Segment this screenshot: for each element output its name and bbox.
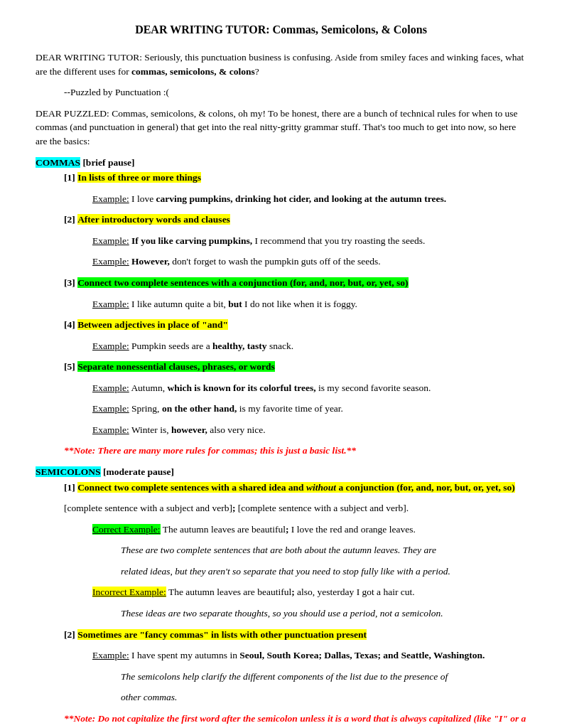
semicolons-note: **Note: Do not capitalize the first word… bbox=[64, 712, 526, 728]
comma-rule-1: [1] In lists of three or more things Exa… bbox=[64, 171, 526, 205]
comma-rule-4-ex: Example: Pumpkin seeds are a healthy, ta… bbox=[92, 339, 526, 353]
comma-r4-head: Between adjectives in place of "and" bbox=[77, 319, 228, 330]
comma-rule-5-ex3: Example: Winter is, however, also very n… bbox=[92, 423, 526, 437]
semi-rule-1-incorrect: Incorrect Example: The autumn leaves are… bbox=[92, 585, 526, 599]
semi-rule-1-incorrect-note1: These ideas are two separate thoughts, s… bbox=[121, 606, 526, 621]
semi-r2-ex-bold: Seoul, South Korea; Dallas, Texas; and S… bbox=[239, 650, 485, 660]
comma-r3-post: I do not like when it is foggy. bbox=[242, 299, 357, 309]
comma-r5-ex1-post: is my second favorite season. bbox=[316, 382, 431, 393]
comma-rule-2-ex1: Example: If you like carving pumpkins, I… bbox=[92, 234, 526, 248]
semi-r1-correct-pre: The autumn leaves are beautiful bbox=[163, 524, 286, 535]
page-title: DEAR WRITING TUTOR: Commas, Semicolons, … bbox=[36, 21, 526, 38]
comma-r2-ex2-label: Example: bbox=[92, 256, 129, 267]
commas-header: COMMAS [brief pause] bbox=[36, 156, 526, 170]
commas-label: COMMAS bbox=[36, 157, 80, 168]
commas-pause-text: [brief pause] bbox=[82, 157, 134, 168]
semi-r1-correct-post: I love the red and orange leaves. bbox=[288, 524, 415, 535]
semicolons-section: SEMICOLONS [moderate pause] [1] Connect … bbox=[36, 465, 526, 728]
semi-r1-head-post: a conjunction (for, and, nor, but, or, y… bbox=[336, 482, 515, 493]
semi-r1-head-italic: without bbox=[306, 482, 336, 493]
comma-rule-2: [2] After introductory words and clauses… bbox=[64, 213, 526, 269]
comma-r4-post: snack. bbox=[267, 341, 294, 351]
semi-rule-1-head: [1] Connect two complete sentences with … bbox=[64, 481, 526, 495]
comma-rule-5: [5] Separate nonessential clauses, phras… bbox=[64, 360, 526, 437]
comma-r2-ex1-label: Example: bbox=[92, 235, 129, 246]
comma-r5-ex2-bold: on the other hand, bbox=[162, 403, 237, 414]
semi-rule-2-ex: Example: I have spent my autumns in Seou… bbox=[92, 648, 526, 663]
comma-rule-1-example: Example: I love carving pumpkins, drinki… bbox=[92, 192, 526, 206]
comma-r5-ex2-label: Example: bbox=[92, 403, 129, 414]
comma-r3-ex-label: Example: bbox=[92, 299, 129, 309]
comma-r5-ex3-post: also very nice. bbox=[207, 424, 266, 435]
comma-r4-bold: healthy, tasty bbox=[212, 341, 267, 351]
comma-r3-pre: I like autumn quite a bit, bbox=[131, 299, 228, 309]
comma-rule-4-head: [4] Between adjectives in place of "and" bbox=[64, 318, 526, 332]
comma-r4-ex-label: Example: bbox=[92, 341, 129, 351]
comma-rule-2-num: [2] bbox=[64, 214, 75, 225]
semicolons-note-text: **Note: Do not capitalize the first word… bbox=[64, 713, 526, 728]
comma-r2-ex1-bold: If you like carving pumpkins, bbox=[131, 235, 252, 246]
intro-question: DEAR WRITING TUTOR: Seriously, this punc… bbox=[36, 50, 526, 78]
comma-r2-ex2-text: don't forget to wash the pumpkin guts of… bbox=[172, 256, 380, 267]
comma-rule-2-head: [2] After introductory words and clauses bbox=[64, 213, 526, 227]
comma-r5-head: Separate nonessential clauses, phrases, … bbox=[77, 361, 275, 372]
semi-r2-ex-pre: I have spent my autumns in bbox=[131, 650, 239, 660]
comma-rule-3-num: [3] bbox=[64, 277, 75, 288]
semi-r1-syntax: [complete sentence with a subject and ve… bbox=[64, 503, 232, 513]
comma-r5-ex2-post: is my favorite time of year. bbox=[237, 403, 343, 414]
semi-rule-1-correct: Correct Example: The autumn leaves are b… bbox=[92, 523, 526, 537]
comma-r2-ex2-bold: However, bbox=[131, 256, 170, 267]
intro-end: ? bbox=[255, 66, 259, 77]
comma-rule-5-num: [5] bbox=[64, 361, 75, 372]
semi-r1-syntax-post: [complete sentence with a subject and ve… bbox=[235, 503, 409, 513]
commas-note-text: **Note: There are many more rules for co… bbox=[64, 445, 356, 456]
comma-r2-ex1-text: I recommend that you try roasting the se… bbox=[254, 235, 425, 246]
comma-r5-ex2-pre: Spring, bbox=[131, 403, 162, 414]
semi-r1-incorrect-label: Incorrect Example: bbox=[92, 587, 166, 597]
comma-rule-1-head: [1] In lists of three or more things bbox=[64, 171, 526, 185]
semi-rule-1-num: [1] bbox=[64, 482, 75, 493]
comma-rule-5-head: [5] Separate nonessential clauses, phras… bbox=[64, 360, 526, 374]
intro-answer: DEAR PUZZLED: Commas, semicolons, & colo… bbox=[36, 107, 526, 149]
semicolons-header: SEMICOLONS [moderate pause] bbox=[36, 465, 526, 479]
intro-bold: commas, semicolons, & colons bbox=[131, 66, 255, 77]
comma-r3-head: Connect two complete sentences with a co… bbox=[77, 277, 408, 288]
semi-rule-2-note2: other commas. bbox=[121, 690, 526, 705]
comma-rule-1-num: [1] bbox=[64, 172, 75, 183]
commas-section: COMMAS [brief pause] [1] In lists of thr… bbox=[36, 156, 526, 458]
comma-r2-head: After introductory words and clauses bbox=[77, 214, 230, 225]
semi-r2-ex-label: Example: bbox=[92, 650, 129, 660]
semi-r1-incorrect-post: also, yesterday I got a hair cut. bbox=[295, 587, 415, 597]
commas-note: **Note: There are many more rules for co… bbox=[64, 444, 526, 458]
comma-r1-ex-label: Example: bbox=[92, 193, 129, 204]
semi-rule-1-correct-note2: related ideas, but they aren't so separa… bbox=[121, 564, 526, 579]
semi-r1-incorrect-pre: The autumn leaves are beautiful bbox=[168, 587, 291, 597]
intro-question-text: DEAR WRITING TUTOR: Seriously, this punc… bbox=[36, 52, 524, 77]
semi-rule-2-note1: The semicolons help clarify the differen… bbox=[121, 670, 526, 684]
comma-rule-3-ex: Example: I like autumn quite a bit, but … bbox=[92, 297, 526, 311]
comma-rule-4: [4] Between adjectives in place of "and"… bbox=[64, 318, 526, 353]
comma-r5-ex1-bold: which is known for its colorful trees, bbox=[167, 382, 315, 393]
semi-rule-2-num: [2] bbox=[64, 629, 75, 640]
comma-rule-5-ex2: Example: Spring, on the other hand, is m… bbox=[92, 402, 526, 416]
semi-rule-1-syntax: [complete sentence with a subject and ve… bbox=[64, 501, 526, 515]
comma-r5-ex1-pre: Autumn, bbox=[131, 382, 167, 393]
semicolons-pause-text: [moderate pause] bbox=[103, 466, 174, 477]
semi-rule-1-correct-note1: These are two complete sentences that ar… bbox=[121, 543, 526, 557]
comma-rule-2-ex2: Example: However, don't forget to wash t… bbox=[92, 255, 526, 269]
comma-rule-4-num: [4] bbox=[64, 319, 75, 330]
comma-r5-ex3-bold: however, bbox=[171, 424, 207, 435]
comma-rule-5-ex1: Example: Autumn, which is known for its … bbox=[92, 381, 526, 395]
comma-r1-ex-text: I love bbox=[131, 193, 156, 204]
comma-r5-ex3-label: Example: bbox=[92, 424, 129, 435]
semi-r1-head: Connect two complete sentences with a sh… bbox=[77, 482, 306, 493]
comma-r3-bold: but bbox=[228, 299, 242, 309]
comma-rule-3: [3] Connect two complete sentences with … bbox=[64, 276, 526, 311]
comma-r4-pre: Pumpkin seeds are a bbox=[131, 341, 212, 351]
semicolons-label: SEMICOLONS bbox=[36, 466, 101, 477]
comma-r5-ex3-pre: Winter is, bbox=[131, 424, 171, 435]
semi-rule-2: [2] Sometimes are "fancy commas" in list… bbox=[64, 628, 526, 705]
comma-r1-head: In lists of three or more things bbox=[77, 172, 201, 183]
comma-r1-ex-bold: carving pumpkins, drinking hot cider, an… bbox=[156, 193, 446, 204]
semi-r1-correct-label: Correct Example: bbox=[92, 524, 161, 535]
